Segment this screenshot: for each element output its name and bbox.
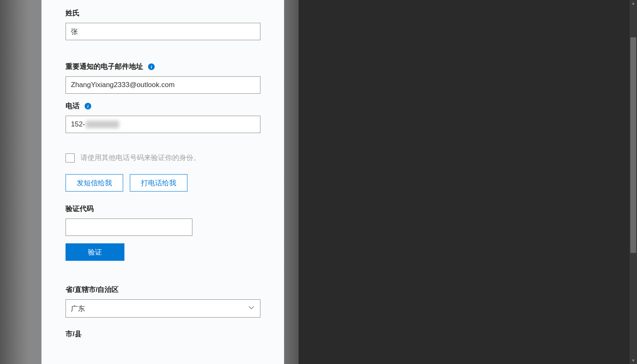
province-field-group: 省/直辖市/自治区 [66, 285, 272, 318]
surname-label-text: 姓氏 [66, 8, 80, 18]
province-label-text: 省/直辖市/自治区 [66, 285, 119, 294]
email-label: 重要通知的电子邮件地址 i [66, 62, 272, 71]
verification-method-buttons: 发短信给我 打电话给我 [66, 174, 272, 192]
verification-code-label-text: 验证代码 [66, 204, 94, 214]
verification-code-field-group: 验证代码 [66, 204, 272, 236]
surname-field-group: 姓氏 [66, 8, 272, 40]
scroll-up-arrow-icon[interactable]: ▲ [631, 1, 636, 6]
city-label-text: 市/县 [66, 329, 82, 339]
alt-phone-checkbox[interactable] [66, 153, 75, 163]
verification-code-label: 验证代码 [66, 204, 272, 214]
alt-phone-checkbox-row: 请使用其他电话号码来验证你的身份。 [66, 153, 272, 163]
info-icon[interactable]: i [85, 103, 91, 109]
email-field-group: 重要通知的电子邮件地址 i [66, 62, 272, 94]
verify-section: 验证代码 验证 [66, 204, 272, 261]
phone-redacted [86, 121, 119, 128]
city-field-group: 市/县 [66, 329, 272, 339]
registration-form-panel: 姓氏 重要通知的电子邮件地址 i 电话 i 152- [41, 0, 284, 364]
phone-label: 电话 i [66, 101, 272, 111]
surname-input[interactable] [66, 23, 260, 40]
email-input[interactable] [66, 76, 260, 94]
province-select[interactable] [66, 299, 260, 318]
phone-input[interactable]: 152- [66, 116, 260, 133]
call-me-button[interactable]: 打电话给我 [130, 174, 187, 192]
phone-label-text: 电话 [66, 101, 80, 111]
form-outer-container: 姓氏 重要通知的电子邮件地址 i 电话 i 152- [0, 0, 299, 364]
verify-button[interactable]: 验证 [66, 243, 124, 261]
verification-code-input[interactable] [66, 218, 192, 236]
text-me-button[interactable]: 发短信给我 [66, 174, 123, 192]
phone-prefix-text: 152- [71, 120, 85, 129]
scroll-down-arrow-icon[interactable]: ▼ [631, 358, 636, 363]
surname-label: 姓氏 [66, 8, 272, 18]
email-label-text: 重要通知的电子邮件地址 [66, 62, 143, 71]
province-label: 省/直辖市/自治区 [66, 285, 272, 294]
info-icon[interactable]: i [148, 63, 155, 70]
alt-phone-checkbox-label: 请使用其他电话号码来验证你的身份。 [80, 153, 200, 163]
province-select-wrapper [66, 299, 260, 318]
dark-side-panel [299, 0, 637, 364]
city-label: 市/县 [66, 329, 272, 339]
phone-field-group: 电话 i 152- [66, 101, 272, 133]
scrollbar-thumb[interactable] [630, 37, 636, 253]
scrollbar-track[interactable]: ▲ ▼ [630, 0, 637, 364]
